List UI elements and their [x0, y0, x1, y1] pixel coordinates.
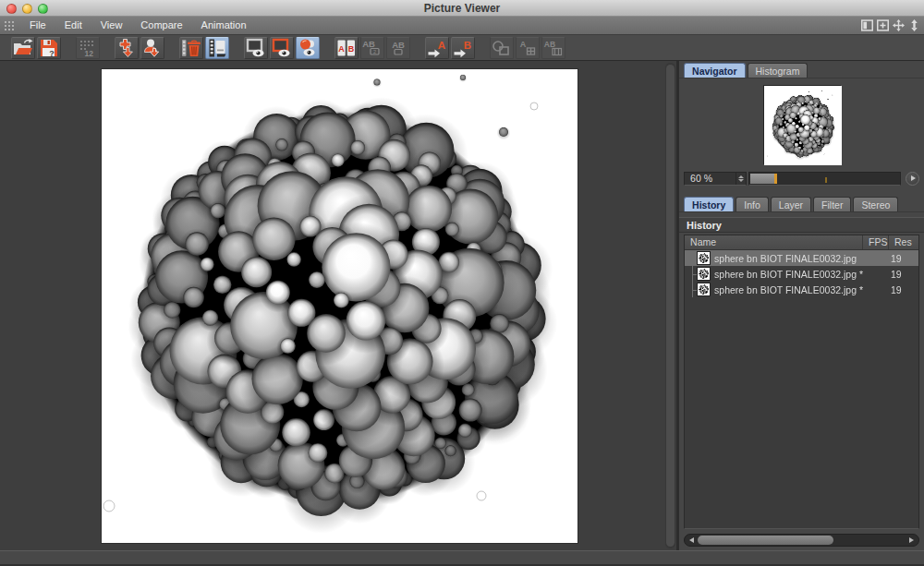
- history-row[interactable]: sphere bn BIOT FINALE0032.jpg *19: [685, 266, 918, 282]
- move-icon[interactable]: [893, 19, 905, 31]
- column-header-res: Res: [889, 235, 918, 249]
- ab-pair-icon: AB: [387, 38, 409, 58]
- menu-bar: FileEditViewCompareAnimation: [0, 17, 924, 35]
- panel-grip-icon[interactable]: [4, 20, 15, 31]
- tab-filter[interactable]: Filter: [813, 197, 851, 211]
- zoom-slider[interactable]: [748, 172, 901, 186]
- history-item-thumbnail-icon: [698, 268, 710, 280]
- film-page-button[interactable]: [205, 37, 229, 59]
- ab-blend-icon: AB2: [361, 38, 383, 58]
- history-list: NameFPSRes sphere bn BIOT FINALE0032.jpg…: [684, 235, 919, 529]
- menu-compare[interactable]: Compare: [131, 17, 191, 34]
- set-a-icon: A: [426, 38, 448, 58]
- ab-split-button[interactable]: AB: [334, 37, 359, 59]
- film-page-icon: [206, 38, 228, 58]
- tab-history[interactable]: History: [684, 197, 734, 211]
- frame-eye-gray-button[interactable]: [244, 37, 268, 59]
- history-item-thumbnail-icon: [698, 252, 710, 264]
- frame-eye-orange-button[interactable]: [270, 37, 294, 59]
- delete-trash-icon: [180, 38, 202, 58]
- zoom-options-button[interactable]: [906, 172, 919, 186]
- zoom-value-field[interactable]: 60 %: [684, 172, 747, 186]
- save-file-button[interactable]: ?: [37, 37, 61, 59]
- ab-pair-button: AB: [386, 37, 410, 59]
- history-item-res: 19: [889, 284, 918, 295]
- svg-text:AB: AB: [362, 39, 375, 49]
- menu-view[interactable]: View: [91, 17, 132, 34]
- horizontal-scrollbar-thumb[interactable]: [698, 536, 833, 545]
- a-grid-icon: A: [517, 38, 539, 58]
- history-item-res: 19: [889, 269, 918, 280]
- history-list-empty-area: [685, 297, 918, 528]
- tab-layer[interactable]: Layer: [771, 197, 811, 211]
- frame-eye-gray-icon: [245, 38, 267, 58]
- open-file-button[interactable]: [11, 37, 35, 59]
- save-file-icon: ?: [38, 38, 60, 58]
- tab-navigator[interactable]: Navigator: [684, 63, 745, 78]
- picture-viewer-window: Picture Viewer FileEditViewCompareAnimat…: [0, 0, 924, 566]
- svg-text:2: 2: [373, 48, 376, 54]
- grid-12-icon: 12: [77, 38, 99, 58]
- grid-12-button: 12: [76, 37, 100, 59]
- horizontal-scrollbar[interactable]: [684, 534, 919, 547]
- menu-file[interactable]: File: [20, 17, 55, 34]
- a-grid-button: A: [516, 37, 540, 59]
- ab-film-button: AB: [541, 37, 565, 59]
- vertical-scrollbar[interactable]: [665, 63, 675, 548]
- tree-branch: [685, 282, 698, 297]
- titlebar[interactable]: Picture Viewer: [0, 0, 924, 17]
- resize-vertical-icon[interactable]: [908, 19, 920, 31]
- user-down-button[interactable]: [140, 37, 164, 59]
- ab-film-icon: AB: [542, 38, 565, 58]
- right-panel: NavigatorHistogram 60 % HistoryInfo: [679, 61, 924, 550]
- svg-text:?: ?: [49, 49, 55, 58]
- tree-branch: [685, 250, 698, 266]
- swap-ab-icon: [491, 38, 513, 58]
- svg-text:A: A: [338, 43, 345, 53]
- column-header-name: Name: [685, 235, 863, 249]
- frame-eye-orange-icon: [271, 38, 293, 58]
- tab-stereo[interactable]: Stereo: [853, 197, 898, 211]
- window-title: Picture Viewer: [0, 2, 924, 15]
- scroll-right-icon[interactable]: [909, 537, 914, 543]
- svg-text:12: 12: [85, 49, 94, 58]
- navigator-thumbnail[interactable]: [763, 85, 841, 164]
- menu-edit[interactable]: Edit: [55, 17, 91, 34]
- toolbar: ?12ABAB2ABABAAB: [0, 35, 924, 61]
- ab-blend-button: AB2: [360, 37, 384, 59]
- tab-info[interactable]: Info: [736, 197, 769, 211]
- sphere-eye-icon: [297, 38, 319, 58]
- history-row[interactable]: sphere bn BIOT FINALE0032.jpg *19: [685, 282, 918, 297]
- add-panel-icon[interactable]: [877, 19, 889, 31]
- set-a-button[interactable]: A: [425, 37, 449, 59]
- image-viewport: [0, 61, 676, 550]
- sphere-eye-button[interactable]: [296, 37, 320, 59]
- history-item-name: sphere bn BIOT FINALE0032.jpg *: [714, 284, 863, 295]
- set-b-icon: B: [452, 38, 474, 58]
- zoom-slider-thumb[interactable]: [750, 174, 774, 184]
- cross-down-button[interactable]: [115, 37, 139, 59]
- svg-text:B: B: [348, 43, 355, 53]
- scroll-left-icon[interactable]: [689, 537, 694, 543]
- tree-branch: [685, 266, 698, 282]
- tab-histogram[interactable]: Histogram: [748, 63, 808, 78]
- rendered-image: [102, 69, 578, 543]
- column-header-fps: FPS: [863, 235, 889, 249]
- status-bar: [0, 550, 924, 566]
- zoom-slider-marker: [774, 174, 777, 184]
- ab-split-icon: AB: [335, 38, 358, 58]
- history-item-thumbnail-icon: [698, 283, 710, 295]
- history-item-name: sphere bn BIOT FINALE0032.jpg: [714, 253, 863, 264]
- svg-text:AB: AB: [544, 40, 555, 49]
- navigator-preview-area: [679, 78, 924, 169]
- split-pane-icon[interactable]: [861, 19, 873, 31]
- user-down-icon: [141, 38, 164, 58]
- zoom-stepper[interactable]: [736, 173, 746, 185]
- zoom-slider-center-tick: [825, 177, 827, 183]
- history-row[interactable]: sphere bn BIOT FINALE0032.jpg19: [685, 250, 918, 266]
- cross-down-icon: [116, 38, 138, 58]
- navigator-thumbnail-image: [764, 86, 842, 165]
- set-b-button[interactable]: B: [451, 37, 475, 59]
- menu-animation[interactable]: Animation: [192, 17, 256, 34]
- delete-trash-button[interactable]: [179, 37, 203, 59]
